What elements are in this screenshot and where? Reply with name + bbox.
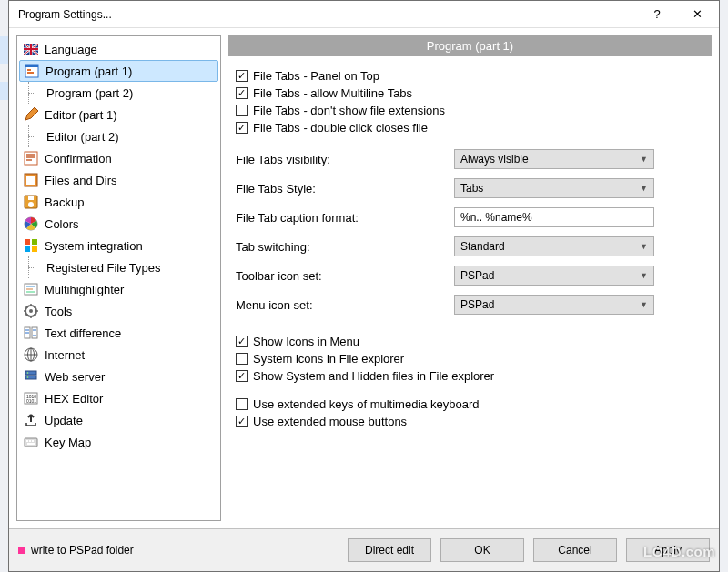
sidebar-item-text-difference[interactable]: Text difference xyxy=(17,322,220,344)
field-row: Tab switching:Standard▼ xyxy=(236,236,704,256)
checkbox-icon[interactable] xyxy=(236,398,248,410)
svg-point-32 xyxy=(27,372,29,374)
checkbox-icon[interactable] xyxy=(236,70,248,82)
sidebar-item-label: Tools xyxy=(45,305,72,318)
svg-rect-7 xyxy=(27,69,31,71)
svg-rect-40 xyxy=(32,440,34,442)
main-panel: Program (part 1) File Tabs - Panel on To… xyxy=(228,35,712,521)
program-icon xyxy=(24,63,40,79)
sidebar-item-confirmation[interactable]: Confirmation xyxy=(17,147,220,169)
close-button[interactable]: ✕ xyxy=(677,2,717,27)
backup-icon xyxy=(23,194,39,210)
svg-rect-17 xyxy=(32,239,37,245)
sidebar-item-program-part-1-[interactable]: Program (part 1) xyxy=(19,60,218,82)
field-label: Tab switching: xyxy=(236,240,454,254)
sidebar-item-label: Program (part 2) xyxy=(46,86,133,100)
sidebar-item-colors[interactable]: Colors xyxy=(17,213,220,235)
sidebar-item-label: HEX Editor xyxy=(45,392,103,406)
window-title: Program Settings... xyxy=(18,8,637,21)
svg-point-33 xyxy=(27,376,29,378)
svg-rect-13 xyxy=(28,196,34,200)
checkbox-label: Show Icons in Menu xyxy=(253,335,359,348)
update-icon xyxy=(23,412,39,428)
checkbox-row[interactable]: System icons in File explorer xyxy=(236,352,704,366)
field-label: File Tabs visibility: xyxy=(236,153,454,166)
cancel-button[interactable]: Cancel xyxy=(533,538,617,562)
svg-rect-9 xyxy=(25,152,37,165)
sidebar-item-hex-editor[interactable]: 10100101HEX Editor xyxy=(17,387,220,409)
sidebar-item-key-map[interactable]: Key Map xyxy=(17,431,220,453)
chevron-down-icon: ▼ xyxy=(640,155,648,164)
sidebar-item-label: System integration xyxy=(45,239,143,253)
checkbox-row[interactable]: Show Icons in Menu xyxy=(236,335,704,348)
sidebar-item-system-integration[interactable]: System integration xyxy=(17,235,220,256)
direct-edit-button[interactable]: Direct edit xyxy=(348,538,431,562)
sidebar-item-program-part-2-[interactable]: Program (part 2) xyxy=(17,82,220,104)
svg-rect-37 xyxy=(25,438,37,447)
select-value: Tabs xyxy=(460,182,483,195)
select-toolbar-icon-set-[interactable]: PSPad▼ xyxy=(454,266,654,286)
sidebar-item-editor-part-2-[interactable]: Editor (part 2) xyxy=(17,125,220,147)
server-icon xyxy=(23,368,39,385)
sidebar-item-label: Backup xyxy=(45,196,84,209)
hex-icon: 10100101 xyxy=(23,390,39,406)
checkbox-label: Show System and Hidden files in File exp… xyxy=(253,369,494,383)
checkbox-row[interactable]: File Tabs - allow Multiline Tabs xyxy=(236,86,704,100)
settings-sidebar[interactable]: LanguageProgram (part 1)Program (part 2)… xyxy=(16,35,221,521)
select-file-tabs-visibility-[interactable]: Always visible▼ xyxy=(454,149,654,169)
select-menu-icon-set-[interactable]: PSPad▼ xyxy=(454,295,654,315)
sidebar-item-update[interactable]: Update xyxy=(17,409,220,431)
windows-icon xyxy=(23,237,39,254)
chevron-down-icon: ▼ xyxy=(640,242,648,251)
sidebar-item-label: Language xyxy=(45,43,97,56)
sidebar-item-tools[interactable]: Tools xyxy=(17,300,220,322)
field-row: Toolbar icon set:PSPad▼ xyxy=(236,266,704,286)
checkbox-icon[interactable] xyxy=(236,336,248,347)
sidebar-item-files-and-dirs[interactable]: Files and Dirs xyxy=(17,169,220,191)
checkbox-row[interactable]: Use extended keys of multimedia keyboard xyxy=(236,397,704,411)
checkbox-icon[interactable] xyxy=(236,87,248,99)
content-area: LanguageProgram (part 1)Program (part 2)… xyxy=(9,28,719,528)
colors-icon xyxy=(23,216,39,232)
sidebar-item-internet[interactable]: Internet xyxy=(17,344,220,366)
globe-icon xyxy=(23,346,39,363)
svg-rect-16 xyxy=(25,239,30,245)
sidebar-item-language[interactable]: Language xyxy=(17,38,220,60)
text-input[interactable]: %n.. %name% xyxy=(454,207,654,227)
checkbox-label: Use extended mouse buttons xyxy=(253,415,407,428)
field-row: File Tabs visibility:Always visible▼ xyxy=(236,149,704,169)
footer-status: write to PSPad folder xyxy=(18,544,339,557)
svg-rect-27 xyxy=(32,327,37,338)
sidebar-item-registered-file-types[interactable]: Registered File Types xyxy=(17,256,220,278)
checkbox-icon[interactable] xyxy=(236,353,248,365)
sidebar-item-label: Editor (part 2) xyxy=(46,130,118,144)
checkbox-row[interactable]: Use extended mouse buttons xyxy=(236,415,704,428)
checkbox-row[interactable]: File Tabs - double click closes file xyxy=(236,121,704,135)
svg-rect-11 xyxy=(26,176,35,185)
select-file-tabs-style-[interactable]: Tabs▼ xyxy=(454,178,654,198)
checkbox-row[interactable]: File Tabs - don't show file extensions xyxy=(236,104,704,117)
chevron-down-icon: ▼ xyxy=(640,300,648,309)
svg-rect-21 xyxy=(26,286,35,287)
dialog-footer: write to PSPad folder Direct edit OK Can… xyxy=(9,528,719,571)
checkbox-icon[interactable] xyxy=(236,370,248,382)
checkbox-icon[interactable] xyxy=(236,416,248,427)
apply-button[interactable]: Apply xyxy=(626,538,710,562)
ok-button[interactable]: OK xyxy=(440,538,524,562)
select-tab-switching-[interactable]: Standard▼ xyxy=(454,236,654,256)
checkbox-icon[interactable] xyxy=(236,105,248,116)
svg-rect-8 xyxy=(27,72,34,74)
checkbox-icon[interactable] xyxy=(236,122,248,134)
sidebar-item-label: Key Map xyxy=(45,436,91,449)
sidebar-item-web-server[interactable]: Web server xyxy=(17,366,220,387)
checkbox-row[interactable]: File Tabs - Panel on Top xyxy=(236,69,704,83)
sidebar-item-label: Colors xyxy=(45,217,79,231)
sidebar-item-multihighlighter[interactable]: Multihighlighter xyxy=(17,278,220,300)
help-button[interactable]: ? xyxy=(637,2,677,27)
sidebar-item-backup[interactable]: Backup xyxy=(17,191,220,213)
checkbox-row[interactable]: Show System and Hidden files in File exp… xyxy=(236,369,704,383)
select-value: Always visible xyxy=(460,153,529,166)
checkbox-label: System icons in File explorer xyxy=(253,352,404,366)
sidebar-item-editor-part-1-[interactable]: Editor (part 1) xyxy=(17,104,220,125)
field-label: File Tabs Style: xyxy=(236,182,454,196)
